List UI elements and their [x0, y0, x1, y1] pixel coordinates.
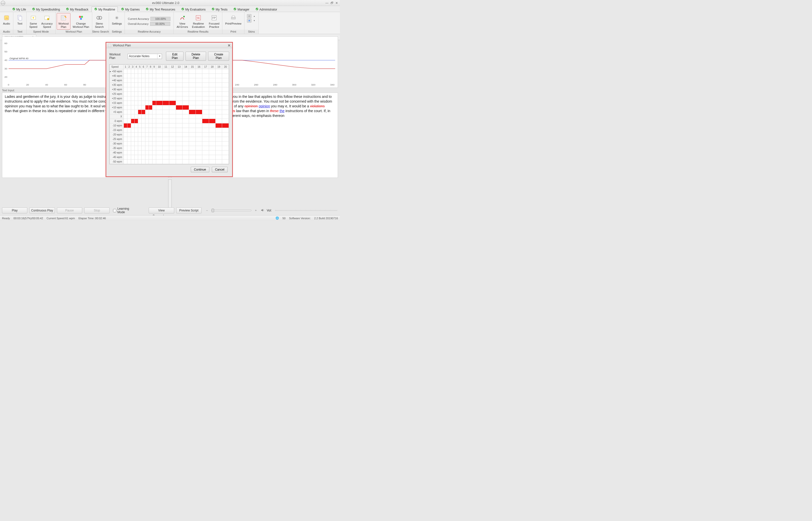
grid-cell[interactable]	[183, 160, 189, 164]
grid-cell[interactable]	[209, 151, 215, 155]
grid-cell[interactable]	[216, 78, 222, 83]
grid-cell[interactable]	[189, 74, 195, 78]
grid-cell[interactable]	[145, 101, 149, 105]
skins-picker[interactable]: ○▴★▾	[245, 13, 258, 29]
grid-cell[interactable]	[152, 83, 156, 87]
grid-cell[interactable]	[163, 146, 169, 151]
grid-cell[interactable]	[183, 87, 189, 92]
grid-cell[interactable]	[189, 83, 195, 87]
grid-cell[interactable]	[145, 151, 149, 155]
grid-cell[interactable]	[134, 114, 138, 119]
grid-cell[interactable]	[176, 160, 182, 164]
grid-cell[interactable]	[138, 151, 142, 155]
grid-cell[interactable]	[131, 105, 134, 110]
ribbon-same-speed[interactable]: Same Speed	[28, 13, 39, 29]
ribbon-settings[interactable]: Settings	[110, 13, 124, 29]
grid-cell[interactable]	[127, 101, 131, 105]
grid-cell[interactable]	[145, 137, 149, 141]
grid-cell[interactable]	[127, 160, 131, 164]
grid-cell[interactable]	[163, 123, 169, 128]
grid-cell[interactable]	[145, 105, 149, 110]
zoom-slider[interactable]	[211, 210, 252, 211]
grid-cell[interactable]	[131, 160, 134, 164]
grid-cell[interactable]	[209, 132, 215, 137]
grid-cell[interactable]	[131, 155, 134, 160]
grid-cell[interactable]	[183, 151, 189, 155]
grid-cell[interactable]	[142, 110, 145, 114]
grid-cell[interactable]	[183, 74, 189, 78]
menu-tab-my-realtime[interactable]: My Realtime	[92, 6, 118, 12]
grid-cell[interactable]	[163, 101, 169, 105]
grid-cell[interactable]	[124, 96, 127, 101]
grid-cell[interactable]	[163, 132, 169, 137]
grid-cell[interactable]	[145, 69, 149, 74]
grid-cell[interactable]	[145, 146, 149, 151]
grid-cell[interactable]	[127, 69, 131, 74]
grid-cell[interactable]	[152, 146, 156, 151]
grid-cell[interactable]	[222, 155, 229, 160]
grid-cell[interactable]	[134, 69, 138, 74]
grid-cell[interactable]	[222, 114, 229, 119]
grid-cell[interactable]	[149, 74, 152, 78]
grid-cell[interactable]	[142, 92, 145, 96]
ribbon-print/preview[interactable]: Print/Preview	[223, 13, 243, 29]
grid-cell[interactable]	[189, 101, 195, 105]
grid-cell[interactable]	[176, 123, 182, 128]
grid-cell[interactable]	[209, 105, 215, 110]
grid-cell[interactable]	[163, 83, 169, 87]
grid-cell[interactable]	[176, 141, 182, 146]
menu-tab-manager[interactable]: Manager	[231, 6, 252, 12]
grid-cell[interactable]	[189, 78, 195, 83]
grid-cell[interactable]	[216, 87, 222, 92]
grid-cell[interactable]	[152, 96, 156, 101]
grid-cell[interactable]	[216, 69, 222, 74]
grid-cell[interactable]	[156, 151, 163, 155]
grid-cell[interactable]	[189, 146, 195, 151]
grid-cell[interactable]	[183, 141, 189, 146]
grid-cell[interactable]	[124, 151, 127, 155]
zoom-plus-icon[interactable]: +	[255, 209, 257, 212]
grid-cell[interactable]	[222, 69, 229, 74]
grid-cell[interactable]	[183, 96, 189, 101]
grid-cell[interactable]	[124, 105, 127, 110]
skin-swatch-star[interactable]: ★	[247, 19, 252, 23]
grid-cell[interactable]	[131, 87, 134, 92]
grid-cell[interactable]	[209, 83, 215, 87]
grid-cell[interactable]	[124, 110, 127, 114]
grid-cell[interactable]	[149, 78, 152, 83]
grid-cell[interactable]	[163, 141, 169, 146]
grid-cell[interactable]	[156, 146, 163, 151]
grid-cell[interactable]	[124, 92, 127, 96]
grid-cell[interactable]	[145, 110, 149, 114]
grid-cell[interactable]	[216, 132, 222, 137]
grid-cell[interactable]	[195, 110, 202, 114]
grid-cell[interactable]	[176, 110, 182, 114]
grid-cell[interactable]	[195, 114, 202, 119]
grid-cell[interactable]	[169, 69, 176, 74]
grid-cell[interactable]	[138, 146, 142, 151]
grid-cell[interactable]	[169, 96, 176, 101]
grid-cell[interactable]	[189, 105, 195, 110]
grid-cell[interactable]	[124, 78, 127, 83]
grid-cell[interactable]	[169, 78, 176, 83]
grid-cell[interactable]	[209, 87, 215, 92]
grid-cell[interactable]	[138, 87, 142, 92]
grid-cell[interactable]	[195, 101, 202, 105]
grid-cell[interactable]	[124, 123, 127, 128]
grid-cell[interactable]	[189, 119, 195, 123]
grid-cell[interactable]	[216, 119, 222, 123]
grid-cell[interactable]	[156, 137, 163, 141]
grid-cell[interactable]	[145, 96, 149, 101]
grid-cell[interactable]	[127, 74, 131, 78]
grid-cell[interactable]	[202, 114, 209, 119]
grid-cell[interactable]	[127, 78, 131, 83]
create-plan-button[interactable]: Create Plan	[208, 52, 229, 61]
grid-cell[interactable]	[216, 160, 222, 164]
grid-cell[interactable]	[176, 146, 182, 151]
grid-cell[interactable]	[134, 128, 138, 132]
menu-tab-my-speedbuilding[interactable]: My Speedbuilding	[29, 6, 63, 12]
grid-cell[interactable]	[134, 151, 138, 155]
grid-cell[interactable]	[209, 155, 215, 160]
grid-cell[interactable]	[131, 114, 134, 119]
grid-cell[interactable]	[195, 78, 202, 83]
